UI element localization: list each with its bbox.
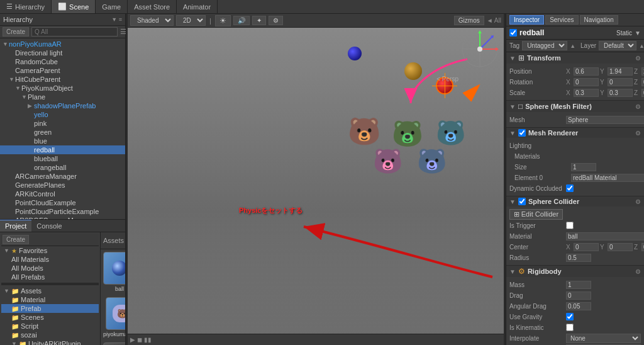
is-trigger-toggle[interactable]	[566, 222, 574, 229]
tree-item-pointcloudparticle[interactable]: PointCloudParticleExample	[0, 207, 125, 216]
tag-select[interactable]: Untagged	[522, 41, 567, 50]
project-create-btn[interactable]: Create	[3, 235, 29, 244]
scale-z[interactable]	[641, 89, 644, 97]
pos-z[interactable]	[641, 67, 644, 76]
services-tab[interactable]: Services	[545, 15, 578, 25]
project-allprefabs[interactable]: All Prefabs	[1, 273, 99, 281]
project-script-folder[interactable]: 📁 Script	[1, 322, 99, 331]
audio-btn[interactable]: 🔊	[233, 16, 250, 25]
project-assets-root[interactable]: ▼ 📁 Assets	[1, 286, 99, 295]
pos-y[interactable]	[608, 67, 633, 76]
mode-dropdown[interactable]: 2D	[176, 15, 206, 26]
effect-btn[interactable]: ✦	[252, 16, 266, 25]
scale-y[interactable]	[608, 89, 633, 97]
scene-separator: |	[209, 17, 211, 25]
object-active-toggle[interactable]	[509, 29, 517, 37]
tree-item-nonpiyokumaar[interactable]: ▼ nonPiyoKumaAR	[0, 40, 125, 48]
scene-bottom-bar: ▶ ◼ ▮▮	[128, 334, 504, 345]
interpolate-select[interactable]: None	[566, 334, 641, 343]
use-gravity-toggle[interactable]	[566, 313, 574, 320]
tab-asset-store[interactable]: Asset Store	[128, 0, 177, 13]
rot-x[interactable]	[574, 78, 599, 86]
scene-obj-darkblue	[348, 47, 362, 60]
tree-item-pink[interactable]: pink	[0, 119, 125, 128]
dynamic-occluded-toggle[interactable]	[566, 184, 574, 192]
transform-header[interactable]: ▼ ⊞ Transform ⚙	[506, 52, 644, 64]
tree-item-piyokumaobject[interactable]: ▼ PiyoKumaObject	[0, 84, 125, 93]
mesh-value[interactable]	[566, 116, 644, 124]
tab-hierarchy[interactable]: ☰ Hierarchy	[0, 0, 52, 13]
layer-select[interactable]: Default	[599, 41, 636, 50]
tree-item-generateplanes[interactable]: GeneratePlanes	[0, 181, 125, 189]
hierarchy-search[interactable]	[31, 27, 118, 37]
project-favorites[interactable]: ▼ ★ Favorites	[1, 246, 99, 255]
center-x[interactable]	[574, 243, 599, 251]
tree-item-yello[interactable]: yello	[0, 110, 125, 119]
rigidbody-section: ▼ ⚙ Rigidbody ⚙ Mass Drag	[506, 266, 644, 345]
tab-animator[interactable]: Animator	[177, 0, 218, 13]
tree-item-blueball[interactable]: blueball	[0, 154, 125, 163]
tree-item-randomcube[interactable]: RandomCube	[0, 57, 125, 66]
shaded-dropdown[interactable]: Shaded	[130, 15, 174, 26]
tab-console[interactable]: Console	[31, 220, 67, 232]
collider-material[interactable]	[566, 232, 644, 240]
scene-view[interactable]: 🐻 🐻 🐻 🐻 🐻	[128, 28, 504, 334]
tree-item-directional[interactable]: Directional light	[0, 48, 125, 57]
svg-point-10	[477, 47, 482, 52]
asset-yelio[interactable]: 🐻 yelio	[103, 342, 125, 345]
mesh-filter-header[interactable]: ▼ □ Sphere (Mesh Filter) ⚙	[506, 101, 644, 112]
project-scenes-folder[interactable]: 📁 Scenes	[1, 313, 99, 322]
tree-item-redball[interactable]: redball	[0, 145, 125, 154]
tree-item-green[interactable]: green	[0, 128, 125, 137]
tree-item-cameraparent[interactable]: CameraParent	[0, 66, 125, 75]
center-z[interactable]	[641, 243, 644, 251]
asset-ball[interactable]: ball	[103, 252, 125, 292]
rot-y[interactable]	[608, 78, 633, 86]
asset-piyokuma[interactable]: 🐻 piyokumaPhy...	[103, 297, 125, 337]
tree-item-orangeball[interactable]: orangeball	[0, 163, 125, 172]
mat-size[interactable]	[571, 163, 596, 171]
project-prefab-folder[interactable]: 📁 Prefab	[1, 304, 99, 313]
project-allmat[interactable]: All Materials	[1, 255, 99, 264]
tree-item-shadow[interactable]: ▶ shadowPlanePrefab	[0, 101, 125, 110]
mesh-renderer-header[interactable]: ▼ Mesh Renderer ⚙	[506, 128, 644, 138]
scene-obj-bluebear: 🐻	[436, 119, 465, 147]
project-sozai-folder[interactable]: 📁 sozai	[1, 331, 99, 339]
mass-value[interactable]	[566, 281, 591, 289]
tree-item-plane[interactable]: ▼ Plane	[0, 93, 125, 101]
is-kinematic-toggle[interactable]	[566, 324, 574, 331]
sphere-collider-header[interactable]: ▼ Sphere Collider ⚙	[506, 196, 644, 206]
tab-game[interactable]: Game	[96, 0, 128, 13]
tab-scene[interactable]: ⬜ Scene	[52, 0, 96, 13]
mesh-renderer-toggle[interactable]	[518, 129, 526, 137]
scale-x[interactable]	[574, 89, 599, 97]
tree-item-arcamera[interactable]: ARCameraManager	[0, 172, 125, 181]
rigidbody-body: Mass Drag Angular Drag Use Gravity	[506, 277, 644, 345]
radius-value[interactable]	[566, 254, 591, 262]
tree-item-blue[interactable]: blue	[0, 137, 125, 145]
center-y[interactable]	[608, 243, 633, 251]
hierarchy-create-btn[interactable]: Create	[3, 27, 29, 37]
inspector-tab[interactable]: Inspector	[509, 15, 544, 25]
pos-x[interactable]	[574, 67, 599, 76]
navigation-tab[interactable]: Navigation	[580, 15, 618, 25]
collider-toggle[interactable]	[518, 198, 526, 205]
element0-value[interactable]	[571, 174, 644, 182]
tree-item-arkitcontrol[interactable]: ARKitControl	[0, 189, 125, 198]
tree-item-hitcubeparent[interactable]: ▼ HitCubeParent	[0, 75, 125, 84]
drag-value[interactable]	[566, 291, 591, 300]
static-arrow[interactable]: ▼	[635, 30, 641, 37]
tab-project[interactable]: Project	[0, 220, 31, 232]
project-allmodels[interactable]: All Models	[1, 264, 99, 273]
project-unity-folder[interactable]: ▼ 📁 UnityARKitPlugin	[1, 339, 99, 345]
edit-collider-btn[interactable]: ⊞ Edit Collider	[509, 209, 563, 220]
rigidbody-header[interactable]: ▼ ⚙ Rigidbody ⚙	[506, 266, 644, 277]
tree-item-pointcloud[interactable]: PointCloudExample	[0, 198, 125, 207]
light-btn[interactable]: ☀	[215, 15, 231, 26]
scene-settings-btn[interactable]: ⚙	[269, 16, 283, 25]
angular-drag-value[interactable]	[566, 302, 591, 310]
scene-obj-bluebear2: 🐻	[417, 147, 447, 175]
gizmos-btn[interactable]: Gizmos	[454, 16, 484, 25]
rot-z[interactable]	[641, 78, 644, 86]
project-material-folder[interactable]: 📁 Material	[1, 295, 99, 304]
